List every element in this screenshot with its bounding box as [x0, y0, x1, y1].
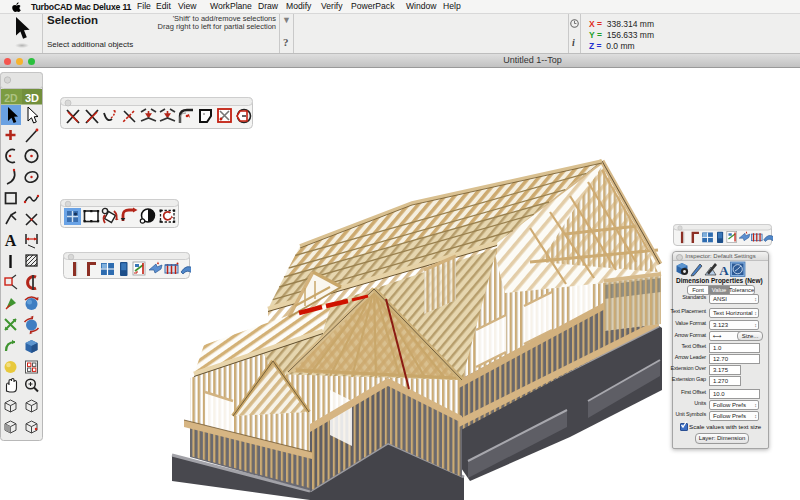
svg-text:3D: 3D [25, 92, 39, 104]
svg-text:A: A [5, 232, 17, 249]
svg-text:2D: 2D [4, 92, 18, 104]
svg-text:A: A [719, 263, 729, 278]
